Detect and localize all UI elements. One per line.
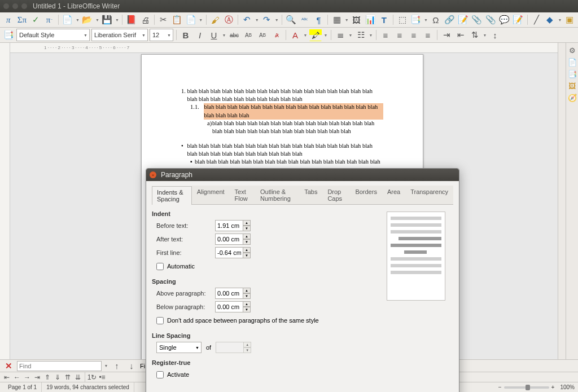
find-prev-icon[interactable]: ↑ [111,360,123,372]
close-window-button[interactable] [3,3,9,9]
pagebreak-icon[interactable]: ⬚ [396,14,408,26]
chart-icon[interactable]: 📊 [364,14,376,26]
line-icon[interactable]: ╱ [530,14,542,26]
find-icon[interactable]: 🔍 [285,14,297,26]
print-icon[interactable]: 🖨 [139,14,151,26]
tab-area[interactable]: Area [382,186,405,204]
below-para-input[interactable] [215,301,243,312]
minimize-window-button[interactable] [12,3,18,9]
spin-down-icon[interactable]: ▼ [243,307,251,312]
increase-indent-icon[interactable]: ⇥ [440,29,453,41]
after-text-input[interactable] [215,234,243,245]
check-icon[interactable]: ✓ [30,14,42,26]
clear-direct-icon[interactable]: A̷ [270,29,283,41]
last-page-icon[interactable]: ⇥ [33,373,42,382]
before-text-input[interactable] [215,220,243,231]
navigator-icon[interactable]: 🧭 [567,93,577,103]
redo-icon[interactable]: ↷ [261,14,273,26]
vertical-scrollbar[interactable] [558,43,566,382]
spin-up-icon[interactable]: ▲ [243,220,251,226]
spin-up-icon[interactable]: ▲ [243,234,251,239]
export-pdf-icon[interactable]: 📕 [125,14,137,26]
page-icon[interactable]: 📄 [567,57,577,67]
font-name-combo[interactable]: Liberation Serif▼ [91,29,148,41]
dont-add-checkbox[interactable] [156,317,164,324]
tab-transparency[interactable]: Transparency [405,186,453,204]
zoom-in-icon[interactable]: + [551,384,555,390]
paragraph-style-combo[interactable]: Default Style▼ [16,29,90,41]
gallery-icon[interactable]: 🖼 [567,81,577,91]
crossref-icon[interactable]: 📎 [485,14,497,26]
page-status[interactable]: Page 1 of 1 [3,382,42,392]
tab-indents-spacing[interactable]: Indents & Spacing [152,186,192,205]
track-changes-icon[interactable]: 📝 [512,14,524,26]
clone-format-icon[interactable]: 🖌 [209,14,221,26]
underline-button[interactable]: U [208,29,220,41]
spin-down-icon[interactable]: ▼ [243,293,251,299]
find-input[interactable] [17,361,102,371]
prev-page-icon[interactable]: ← [12,373,21,382]
zoom-level[interactable]: 100% [560,384,575,390]
tab-drop-caps[interactable]: Drop Caps [322,186,350,204]
open-icon[interactable]: 📂 [81,14,93,26]
pilcrow-icon[interactable]: ¶ [313,14,325,26]
zoom-out-icon[interactable]: − [498,384,502,390]
first-line-input[interactable] [215,247,243,258]
spellcheck-icon[interactable]: ᴬᴮᶜ [299,14,310,26]
nav-down-icon[interactable]: ⇓ [53,373,62,382]
demote-icon[interactable]: ⇊ [73,373,82,382]
number-list-icon[interactable]: ☷ [354,29,367,41]
nav-up-icon[interactable]: ⇑ [43,373,52,382]
special-char-icon[interactable]: Ω [430,14,441,26]
align-right-icon[interactable]: ≡ [408,29,420,41]
bullet-list-icon[interactable]: ≣ [334,29,347,41]
tab-text-flow[interactable]: Text Flow [230,186,255,204]
zoom-slider[interactable] [504,386,549,389]
comment-icon[interactable]: 💬 [498,14,510,26]
font-color-icon[interactable]: A [289,29,301,41]
line-spacing-combo[interactable]: Single▼ [156,342,202,353]
next-page-icon[interactable]: → [23,373,32,382]
word-count[interactable]: 19 words, 94 characters selected [42,382,134,392]
promote-icon[interactable]: ⇈ [63,373,72,382]
align-center-icon[interactable]: ≡ [393,29,406,41]
textbox-icon[interactable]: T [378,14,390,26]
automatic-checkbox[interactable] [156,263,164,270]
restart-num-icon[interactable]: 1↻ [87,373,97,382]
tab-alignment[interactable]: Alignment [192,186,230,204]
undo-icon[interactable]: ↶ [241,14,253,26]
align-left-icon[interactable]: ≡ [379,29,392,41]
spin-up-icon[interactable]: ▲ [243,247,251,253]
superscript-button[interactable]: AB [242,29,255,41]
field-icon[interactable]: 📑 [410,14,422,26]
image-icon[interactable]: 🖼 [351,14,362,26]
line-spacing-icon[interactable]: ⇅ [468,29,481,41]
tab-borders[interactable]: Borders [350,186,382,204]
table-icon[interactable]: ▦ [331,14,343,26]
bookmark-icon[interactable]: 📎 [471,14,483,26]
highlight-icon[interactable]: 🖍 [309,29,322,41]
bullets-icon[interactable]: •≡ [98,373,107,382]
maximize-window-button[interactable] [21,3,27,9]
tab-outline-numbering[interactable]: Outline & Numbering [255,186,299,204]
strike-button[interactable]: abc [228,29,240,41]
pi-minus-icon[interactable]: π− [43,14,55,26]
font-size-combo[interactable]: 12▼ [150,29,173,41]
pi-icon[interactable]: π [2,14,14,26]
bold-button[interactable]: B [179,29,192,41]
spin-up-icon[interactable]: ▲ [243,301,251,307]
subscript-button[interactable]: AB [256,29,269,41]
new-doc-icon[interactable]: 📄 [62,14,73,26]
spin-down-icon[interactable]: ▼ [243,239,251,245]
footnote-icon[interactable]: 📝 [457,14,469,26]
spin-down-icon[interactable]: ▼ [243,226,251,231]
find-next-icon[interactable]: ↓ [125,360,138,372]
cut-icon[interactable]: ✂ [157,14,169,26]
save-icon[interactable]: 💾 [101,14,113,26]
tab-tabs[interactable]: Tabs [299,186,322,204]
close-dialog-icon[interactable]: × [150,171,156,178]
spin-down-icon[interactable]: ▼ [243,253,251,258]
italic-button[interactable]: I [194,29,206,41]
draw-icon[interactable]: ▣ [564,14,576,26]
copy-icon[interactable]: 📋 [171,14,183,26]
